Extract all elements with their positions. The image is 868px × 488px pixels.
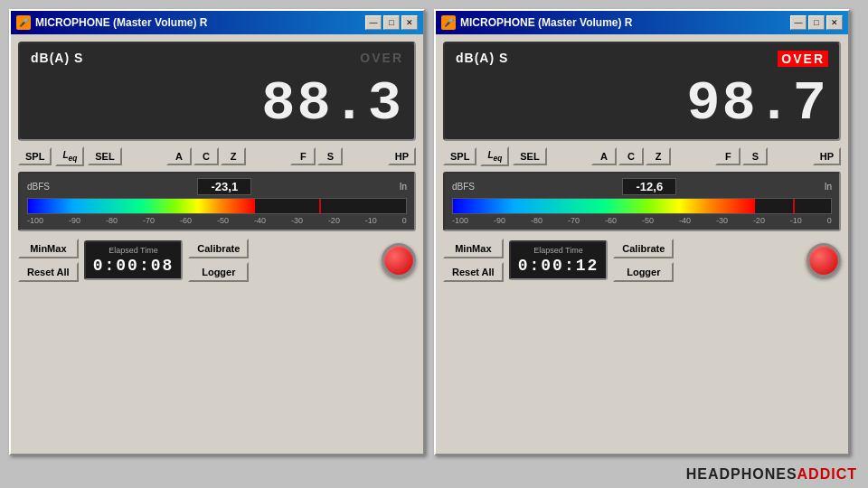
main-display-left: dB(A) S OVER 88.3 xyxy=(18,42,416,141)
meter-label-left: dBFS xyxy=(27,182,50,192)
scale-label: -100 xyxy=(27,216,43,225)
sel-btn-right[interactable]: SEL xyxy=(513,147,546,165)
f-btn-left[interactable]: F xyxy=(290,147,316,165)
display-label-left: dB(A) S xyxy=(31,51,403,65)
minimize-btn-left[interactable]: — xyxy=(365,15,382,30)
elapsed-title-left: Elapsed Time xyxy=(93,246,175,255)
logger-btn-right[interactable]: Logger xyxy=(613,262,674,282)
calibrate-btn-left[interactable]: Calibrate xyxy=(188,239,249,258)
window-content-right: dB(A) S OVER 98.7 SPL Leq SEL A C Z F S … xyxy=(436,34,848,454)
acz-group-left: A C Z xyxy=(166,147,246,165)
scale-label: -50 xyxy=(217,216,229,225)
over-indicator-left: OVER xyxy=(360,51,403,65)
footer-text: HEADPHONESADDICT xyxy=(686,466,857,483)
meter-value-right: -12,6 xyxy=(622,178,676,195)
scale-label: -90 xyxy=(494,216,505,225)
app-icon-left: 🎤 xyxy=(16,15,31,30)
maximize-btn-left[interactable]: □ xyxy=(383,15,400,30)
title-text-right: MICROPHONE (Master Volume) R xyxy=(460,16,786,29)
meter-scale-right: -100-90-80-70-60-50-40-30-20-100 xyxy=(452,216,832,225)
fs-group-right: F S xyxy=(715,147,768,165)
scale-label: -40 xyxy=(679,216,691,225)
window-left: 🎤 MICROPHONE (Master Volume) R — □ ✕ dB(… xyxy=(9,9,425,455)
btn-row-left: SPL Leq SEL A C Z F S HP xyxy=(18,146,416,166)
scale-label: -90 xyxy=(69,216,80,225)
z-btn-right[interactable]: Z xyxy=(646,147,671,165)
windows-container: 🎤 MICROPHONE (Master Volume) R — □ ✕ dB(… xyxy=(0,0,868,455)
elapsed-display-right: Elapsed Time 0:00:12 xyxy=(509,240,609,280)
s-btn-right[interactable]: S xyxy=(742,147,768,165)
bottom-left-left: MinMax Reset All xyxy=(18,239,79,282)
app-icon-right: 🎤 xyxy=(441,15,456,30)
bottom-left-right: MinMax Reset All xyxy=(443,239,504,282)
scale-label: -70 xyxy=(568,216,580,225)
hp-btn-right[interactable]: HP xyxy=(813,147,841,165)
title-controls-right: — □ ✕ xyxy=(790,15,843,30)
scale-label: -40 xyxy=(254,216,266,225)
elapsed-title-right: Elapsed Time xyxy=(518,246,599,255)
z-btn-left[interactable]: Z xyxy=(221,147,246,165)
c-btn-left[interactable]: C xyxy=(193,147,219,165)
footer-accent: ADDICT xyxy=(797,466,857,482)
minmax-btn-left[interactable]: MinMax xyxy=(18,239,79,258)
title-text-left: MICROPHONE (Master Volume) R xyxy=(35,16,361,29)
spl-btn-left[interactable]: SPL xyxy=(18,147,52,165)
acz-group-right: A C Z xyxy=(591,147,671,165)
meter-label-right: dBFS xyxy=(452,182,475,192)
bottom-row-left: MinMax Reset All Elapsed Time 0:00:08 Ca… xyxy=(18,239,416,282)
scale-label: -20 xyxy=(753,216,765,225)
maximize-btn-right[interactable]: □ xyxy=(808,15,825,30)
window-content-left: dB(A) S OVER 88.3 SPL Leq SEL A C Z F S … xyxy=(11,34,423,454)
minmax-btn-right[interactable]: MinMax xyxy=(443,239,504,258)
footer: HEADPHONESADDICT xyxy=(0,455,868,488)
meter-header-left: dBFS -23,1 In xyxy=(27,178,407,195)
bottom-right-btns-right: Calibrate Logger xyxy=(613,239,674,282)
record-btn-left[interactable] xyxy=(382,243,416,277)
logger-btn-left[interactable]: Logger xyxy=(188,262,249,282)
c-btn-right[interactable]: C xyxy=(618,147,644,165)
reset-btn-right[interactable]: Reset All xyxy=(443,262,504,282)
display-value-left: 88.3 xyxy=(31,76,403,132)
a-btn-left[interactable]: A xyxy=(166,147,192,165)
close-btn-left[interactable]: ✕ xyxy=(401,15,418,30)
leq-btn-left[interactable]: Leq xyxy=(55,146,84,166)
title-bar-right: 🎤 MICROPHONE (Master Volume) R — □ ✕ xyxy=(436,11,848,34)
s-btn-left[interactable]: S xyxy=(317,147,343,165)
minimize-btn-right[interactable]: — xyxy=(790,15,807,30)
sel-btn-left[interactable]: SEL xyxy=(88,147,121,165)
scale-label: 0 xyxy=(402,216,407,225)
calibrate-btn-right[interactable]: Calibrate xyxy=(613,239,674,258)
close-btn-right[interactable]: ✕ xyxy=(826,15,843,30)
scale-label: -70 xyxy=(143,216,155,225)
scale-label: -50 xyxy=(642,216,654,225)
spl-btn-right[interactable]: SPL xyxy=(443,147,476,165)
scale-label: -30 xyxy=(716,216,728,225)
record-btn-right[interactable] xyxy=(807,243,841,277)
footer-normal: HEADPHONES xyxy=(686,466,797,482)
hp-btn-left[interactable]: HP xyxy=(388,147,416,165)
scale-label: -80 xyxy=(106,216,118,225)
leq-btn-right[interactable]: Leq xyxy=(480,146,509,166)
a-btn-right[interactable]: A xyxy=(591,147,617,165)
meter-fill-right xyxy=(453,199,755,213)
title-controls-left: — □ ✕ xyxy=(365,15,418,30)
meter-mask-left xyxy=(255,199,406,213)
meter-tick-left xyxy=(319,199,321,213)
meter-scale-left: -100-90-80-70-60-50-40-30-20-100 xyxy=(27,216,407,225)
scale-label: -20 xyxy=(328,216,340,225)
meter-in-left: In xyxy=(400,182,407,192)
over-indicator-right: OVER xyxy=(778,51,828,67)
scale-label: -100 xyxy=(452,216,468,225)
fs-group-left: F S xyxy=(290,147,343,165)
window-right: 🎤 MICROPHONE (Master Volume) R — □ ✕ dB(… xyxy=(434,9,850,455)
elapsed-time-left: 0:00:08 xyxy=(93,257,175,275)
elapsed-display-left: Elapsed Time 0:00:08 xyxy=(84,240,184,280)
reset-btn-left[interactable]: Reset All xyxy=(18,262,79,282)
bottom-right-btns-left: Calibrate Logger xyxy=(188,239,249,282)
meter-value-left: -23,1 xyxy=(197,178,251,195)
title-bar-left: 🎤 MICROPHONE (Master Volume) R — □ ✕ xyxy=(11,11,423,34)
scale-label: -10 xyxy=(365,216,377,225)
f-btn-right[interactable]: F xyxy=(715,147,741,165)
scale-label: -60 xyxy=(605,216,617,225)
meter-tick-right xyxy=(793,199,795,213)
